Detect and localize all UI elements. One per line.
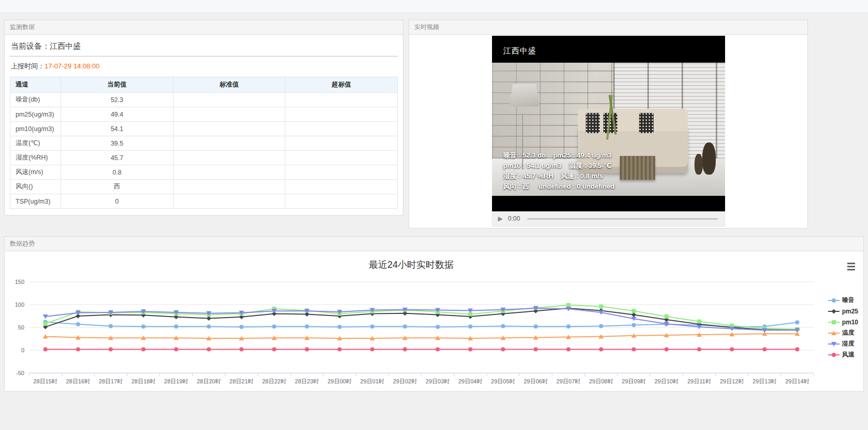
svg-text:29日08时: 29日08时 — [589, 378, 613, 384]
svg-text:-50: -50 — [16, 370, 24, 376]
monitor-panel: 监测数据 当前设备：江西中盛 上报时间：17-07-29 14:08:00 通道… — [4, 20, 403, 216]
channel-cell: pm10(ug/m3) — [10, 122, 61, 136]
monitor-table: 通道当前值标准值超标值 噪音(db)52.3pm25(ug/m3)49.4pm1… — [10, 77, 398, 209]
exceed-cell — [285, 151, 398, 165]
exceed-cell — [285, 122, 398, 136]
trend-panel: 数据趋势 最近24小时实时数据 150100500-5028日15时28日16时… — [4, 236, 864, 392]
video-panel: 实时视频 江西中盛 — [409, 20, 808, 228]
table-row: 湿度(%RH)45.7 — [10, 151, 398, 165]
video-stream-title: 江西中盛 — [503, 46, 537, 56]
svg-text:150: 150 — [15, 279, 24, 285]
video-controls: ▶ 0:00 — [492, 211, 725, 226]
legend-marker-icon — [828, 297, 840, 304]
legend-label: 湿度 — [842, 339, 855, 348]
chart-legend: 噪音pm25pm10温度湿度风速 — [828, 295, 858, 360]
svg-text:29日03时: 29日03时 — [426, 378, 450, 384]
standard-cell — [173, 194, 285, 209]
svg-text:28日15时: 28日15时 — [33, 378, 57, 384]
video-progress-bar[interactable] — [527, 218, 717, 220]
trend-panel-title: 数据趋势 — [10, 240, 35, 247]
legend-label: 噪音 — [842, 296, 855, 305]
column-header: 超标值 — [285, 77, 398, 93]
channel-cell: 湿度(%RH) — [10, 151, 61, 165]
chart-export-menu-icon[interactable] — [847, 263, 855, 272]
channel-cell: 噪音(db) — [10, 93, 61, 107]
exceed-cell — [285, 107, 398, 122]
exceed-cell — [285, 180, 398, 194]
current-device-label: 当前设备：江西中盛 — [10, 38, 398, 56]
svg-text:29日00时: 29日00时 — [327, 378, 351, 384]
play-button[interactable]: ▶ — [498, 215, 503, 222]
table-row: 风向()西 — [10, 180, 398, 194]
channel-cell: 温度(℃) — [10, 136, 61, 151]
svg-text:29日09时: 29日09时 — [622, 378, 646, 384]
legend-marker-icon — [828, 319, 840, 325]
current-cell: 49.4 — [61, 107, 173, 122]
legend-item-pm10[interactable]: pm10 — [828, 317, 858, 327]
current-cell: 45.7 — [61, 151, 173, 165]
overlay-line: 噪音 : 52.3 db pm25 : 49.4 ug/m3 — [503, 150, 615, 161]
standard-cell — [173, 165, 285, 180]
legend-item-风速[interactable]: 风速 — [828, 349, 858, 360]
table-row: TSP(ug/m3)0 — [10, 194, 398, 209]
standard-cell — [173, 93, 285, 107]
legend-marker-icon — [828, 308, 840, 314]
monitor-panel-header: 监测数据 — [5, 20, 403, 35]
svg-text:29日02时: 29日02时 — [393, 378, 417, 384]
overlay-line: pm10 : 54.1 ug/m3 温度 : 39.5 ℃ — [503, 161, 615, 171]
svg-text:28日23时: 28日23时 — [295, 378, 319, 384]
channel-cell: pm25(ug/m3) — [10, 107, 61, 122]
channel-cell: TSP(ug/m3) — [10, 194, 61, 209]
svg-text:29日12时: 29日12时 — [720, 378, 744, 384]
exceed-cell — [285, 194, 398, 209]
report-time-value: 17-07-29 14:08:00 — [45, 62, 99, 70]
current-cell: 52.3 — [61, 93, 173, 107]
video-time: 0:00 — [508, 215, 520, 222]
svg-text:100: 100 — [15, 302, 24, 308]
svg-text:28日20时: 28日20时 — [197, 378, 221, 384]
svg-text:29日07时: 29日07时 — [556, 378, 580, 384]
table-row: pm25(ug/m3)49.4 — [10, 107, 398, 122]
svg-text:0: 0 — [21, 347, 24, 353]
column-header: 标准值 — [173, 77, 285, 93]
legend-label: pm10 — [842, 319, 858, 326]
svg-text:29日01时: 29日01时 — [360, 378, 384, 384]
monitor-table-header-row: 通道当前值标准值超标值 — [10, 77, 398, 93]
legend-label: 温度 — [842, 328, 855, 337]
current-cell: 0 — [61, 194, 173, 209]
channel-cell: 风向() — [10, 180, 61, 194]
table-row: pm10(ug/m3)54.1 — [10, 122, 398, 136]
svg-text:28日22时: 28日22时 — [262, 378, 286, 384]
exceed-cell — [285, 165, 398, 180]
legend-label: pm25 — [842, 308, 858, 315]
svg-text:28日16时: 28日16时 — [66, 378, 90, 384]
standard-cell — [173, 180, 285, 194]
trend-panel-header: 数据趋势 — [5, 237, 863, 251]
standard-cell — [173, 136, 285, 151]
legend-item-pm25[interactable]: pm25 — [828, 306, 858, 317]
video-panel-title: 实时视频 — [414, 23, 439, 31]
trend-chart: 150100500-5028日15时28日16时28日17时28日18时28日1… — [5, 254, 820, 389]
table-row: 噪音(db)52.3 — [10, 93, 398, 107]
legend-item-温度[interactable]: 温度 — [828, 327, 858, 338]
standard-cell — [173, 151, 285, 165]
svg-text:29日10时: 29日10时 — [655, 378, 678, 384]
column-header: 当前值 — [61, 77, 173, 93]
svg-text:28日21时: 28日21时 — [229, 378, 253, 384]
svg-text:29日13时: 29日13时 — [753, 378, 776, 384]
overlay-line: 湿度 : 45.7 %RH 风速 : 0.8 m/s — [503, 171, 615, 181]
column-header: 通道 — [10, 77, 61, 93]
legend-item-湿度[interactable]: 湿度 — [828, 338, 858, 349]
svg-text:29日05时: 29日05时 — [491, 378, 515, 384]
video-overlay-readings: 噪音 : 52.3 db pm25 : 49.4 ug/m3pm10 : 54.… — [503, 150, 615, 192]
current-cell: 西 — [61, 180, 173, 194]
svg-text:29日11时: 29日11时 — [687, 378, 711, 384]
standard-cell — [173, 107, 285, 122]
video-player[interactable]: 江西中盛 噪音 : 52.3 db — [492, 36, 725, 211]
svg-text:28日17时: 28日17时 — [99, 378, 123, 384]
legend-item-噪音[interactable]: 噪音 — [828, 295, 858, 306]
svg-text:28日18时: 28日18时 — [132, 378, 155, 384]
legend-marker-icon — [828, 330, 840, 336]
svg-text:29日04时: 29日04时 — [458, 378, 482, 384]
exceed-cell — [285, 93, 398, 107]
